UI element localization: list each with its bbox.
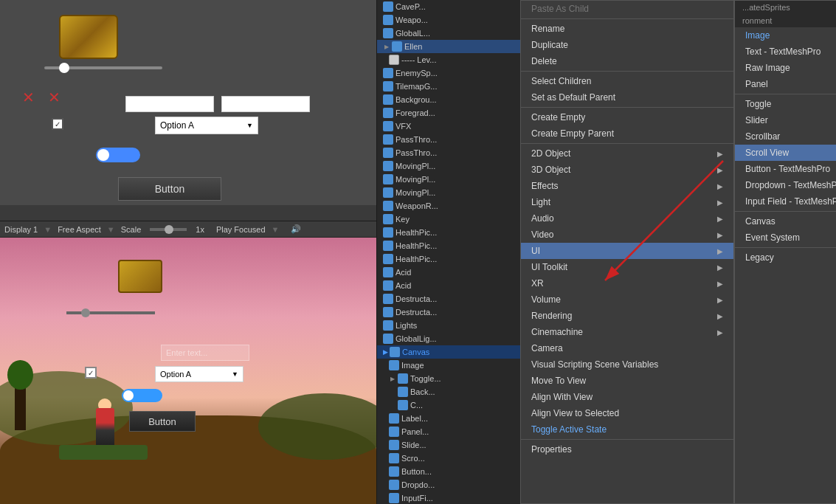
ctx-properties[interactable]: Properties [521,441,733,458]
hier-item-globallight[interactable]: GlobalL... [377,27,520,40]
ctx-move-to-view[interactable]: Move To View [521,373,733,389]
game-dropdown[interactable]: Option A ▼ [155,366,243,382]
hier-item-cavep[interactable]: CaveP... [377,0,520,13]
hier-item-destruct2[interactable]: Destructa... [377,305,520,319]
hier-cube-icon [389,427,399,437]
ctx-create-empty[interactable]: Create Empty [521,109,733,125]
ctx-create-empty-parent[interactable]: Create Empty Parent [521,125,733,142]
hier-item-panel[interactable]: Panel... [377,425,520,438]
hier-item-foreground[interactable]: Foregrad... [377,106,520,120]
ctx-submenu-arrow: ▶ [717,328,723,336]
hier-item-dropdo[interactable]: Dropdo... [377,478,520,491]
scene-dropdown[interactable]: Option A ▼ [155,117,258,134]
hier-item-destruct1[interactable]: Destructa... [377,292,520,305]
sub-item-panel[interactable]: Panel [735,76,836,92]
ctx-cinemachine[interactable]: Cinemachine ▶ [521,324,733,340]
hier-item-movingpl2[interactable]: MovingPl... [377,173,520,186]
ctx-video[interactable]: Video ▶ [521,227,733,243]
character-body [96,408,114,445]
ctx-delete[interactable]: Delete [521,53,733,69]
hier-item-acid2[interactable]: Acid [377,279,520,292]
scene-checkbox[interactable]: ✓ [52,118,63,130]
hier-item-tilemapg[interactable]: TilemapG... [377,80,520,93]
ctx-align-with-view[interactable]: Align With View [521,389,733,405]
game-input-placeholder: Enter text... [166,348,207,357]
hier-item-globallig[interactable]: GlobalLig... [377,332,520,345]
ctx-2d-object[interactable]: 2D Object ▶ [521,145,733,162]
ctx-rename[interactable]: Rename [521,21,733,37]
hier-item-image[interactable]: Image [377,359,520,372]
hier-item-lights[interactable]: Lights [377,319,520,332]
hier-item-weapon[interactable]: Weapo... [377,13,520,27]
sub-item-button-tmp[interactable]: Button - TextMeshPro [735,161,836,177]
ctx-duplicate[interactable]: Duplicate [521,37,733,53]
ctx-set-default-parent[interactable]: Set as Default Parent [521,89,733,106]
hier-item-enemysp[interactable]: EnemySp... [377,66,520,80]
scene-content: ✕ ✕ ✓ Option A ▼ Button [0,0,376,205]
hier-cube-icon [392,41,402,52]
hier-item-slide[interactable]: Slide... [377,438,520,452]
hier-item-health2[interactable]: HealthPic... [377,239,520,252]
sub-item-legacy[interactable]: Legacy [735,249,836,266]
hier-item-c[interactable]: C... [377,398,520,412]
game-input[interactable]: Enter text... [161,345,249,361]
game-checkbox[interactable]: ✓ [85,367,97,379]
sub-item-scrollbar[interactable]: Scrollbar [735,128,836,145]
sub-item-image[interactable]: Image [735,27,836,44]
ctx-toggle-active[interactable]: Toggle Active State [521,421,733,438]
hier-item-passthro1[interactable]: PassThro... [377,133,520,146]
sub-item-event-system[interactable]: Event System [735,229,836,246]
hier-item-button[interactable]: Button... [377,465,520,478]
hier-item-weaponr[interactable]: WeaponR... [377,199,520,213]
sub-item-raw-image[interactable]: Raw Image [735,60,836,76]
hier-item-vfx[interactable]: VFX [377,120,520,133]
ctx-3d-object[interactable]: 3D Object ▶ [521,162,733,178]
hier-label: Toggle... [410,374,441,383]
ctx-visual-scripting[interactable]: Visual Scripting Scene Variables [521,356,733,373]
ctx-rendering[interactable]: Rendering ▶ [521,308,733,324]
ctx-light[interactable]: Light ▶ [521,194,733,210]
game-toggle[interactable] [122,389,162,402]
scene-toggle[interactable] [96,148,140,162]
hier-item-toggle[interactable]: ▶ Toggle... [377,372,520,385]
hier-cube-icon [389,466,399,477]
hier-item-inputfi[interactable]: InputFi... [377,491,520,504]
ctx-xr[interactable]: XR ▶ [521,275,733,291]
hier-item-health3[interactable]: HealthPic... [377,252,520,266]
hier-item-acid1[interactable]: Acid [377,266,520,279]
scene-button[interactable]: Button [118,177,221,201]
ctx-select-children[interactable]: Select Children [521,73,733,89]
game-button[interactable]: Button [129,411,196,432]
hier-item-scro[interactable]: Scro... [377,452,520,465]
hier-item-health1[interactable]: HealthPic... [377,226,520,239]
toggle-knob [97,149,109,161]
scene-input-2[interactable] [221,96,310,112]
sub-item-text-tmp[interactable]: Text - TextMeshPro [735,44,836,60]
hier-item-movingpl3[interactable]: MovingPl... [377,186,520,199]
ctx-effects[interactable]: Effects ▶ [521,178,733,194]
hier-item-key[interactable]: Key [377,213,520,226]
ctx-ui[interactable]: UI ▶ [521,243,733,259]
hier-item-lev[interactable]: ----- Lev... [377,53,520,66]
sub-item-inputfield-tmp[interactable]: Input Field - TextMeshPro [735,193,836,210]
ctx-audio[interactable]: Audio ▶ [521,210,733,227]
ctx-volume[interactable]: Volume ▶ [521,291,733,308]
ctx-camera[interactable]: Camera [521,340,733,356]
hier-item-movingpl1[interactable]: MovingPl... [377,159,520,173]
hier-item-label[interactable]: Label... [377,412,520,425]
ctx-paste-as-child[interactable]: Paste As Child [521,1,733,17]
sub-item-toggle[interactable]: Toggle [735,96,836,112]
ctx-ui-toolkit[interactable]: UI Toolkit ▶ [521,259,733,275]
hier-item-ellen[interactable]: ▶ Ellen [377,40,520,53]
hier-item-back[interactable]: Back... [377,385,520,398]
hier-item-canvas[interactable]: ▶ Canvas [377,345,520,359]
sub-item-dropdown-tmp[interactable]: Dropdown - TextMeshPro [735,177,836,193]
ctx-align-view-to-selected[interactable]: Align View to Selected [521,405,733,421]
hier-item-passthro2[interactable]: PassThro... [377,146,520,159]
sub-item-canvas[interactable]: Canvas [735,213,836,229]
hier-item-background[interactable]: Backgrou... [377,93,520,106]
hier-label: ----- Lev... [401,55,436,64]
scene-input-1[interactable] [125,96,214,112]
sub-item-slider[interactable]: Slider [735,112,836,128]
sub-item-scroll-view[interactable]: Scroll View [735,145,836,161]
